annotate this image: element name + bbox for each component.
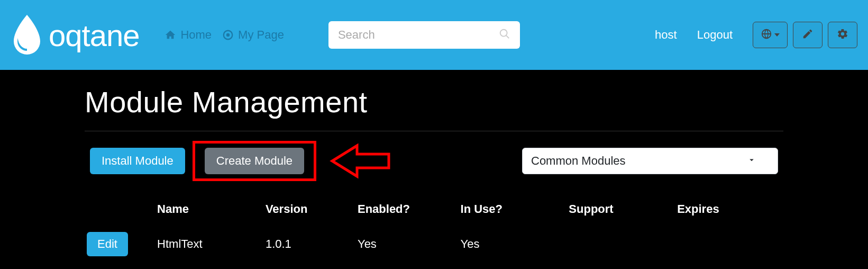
nav-my-page[interactable]: My Page bbox=[222, 28, 284, 42]
toolbar: Install Module Create Module Common Modu… bbox=[85, 141, 783, 181]
annotation-arrow-icon bbox=[328, 142, 391, 180]
header-right: host Logout bbox=[655, 22, 857, 48]
search-icon[interactable] bbox=[499, 28, 510, 42]
col-expires: Expires bbox=[675, 197, 783, 227]
col-support: Support bbox=[567, 197, 675, 227]
main-content: Module Management Install Module Create … bbox=[0, 70, 868, 262]
modules-table: Name Version Enabled? In Use? Support Ex… bbox=[85, 197, 783, 262]
logo[interactable]: oqtane bbox=[11, 14, 139, 56]
page-title: Module Management bbox=[85, 85, 783, 119]
search-box[interactable] bbox=[328, 21, 520, 49]
col-version: Version bbox=[263, 197, 355, 227]
search-input[interactable] bbox=[338, 28, 499, 42]
chevron-down-icon bbox=[774, 33, 780, 37]
table-header-row: Name Version Enabled? In Use? Support Ex… bbox=[85, 197, 783, 227]
nav-label: My Page bbox=[238, 28, 284, 42]
top-header: oqtane Home My Page host Logout bbox=[0, 0, 868, 70]
language-button[interactable] bbox=[753, 22, 788, 48]
cell-expires bbox=[675, 227, 783, 262]
edit-button[interactable] bbox=[793, 22, 823, 48]
primary-nav: Home My Page bbox=[165, 28, 284, 42]
header-action-group bbox=[753, 22, 857, 48]
filter-select[interactable]: Common Modules bbox=[522, 148, 778, 174]
svg-point-1 bbox=[226, 33, 230, 37]
filter-select-value: Common Modules bbox=[531, 154, 626, 168]
chevron-down-icon bbox=[747, 154, 756, 168]
logo-text: oqtane bbox=[49, 17, 139, 53]
install-module-button[interactable]: Install Module bbox=[90, 148, 185, 174]
logo-mark-icon bbox=[11, 14, 43, 56]
cell-inuse: Yes bbox=[459, 227, 567, 262]
nav-home[interactable]: Home bbox=[165, 28, 212, 42]
col-action bbox=[85, 197, 155, 227]
logout-link[interactable]: Logout bbox=[697, 28, 733, 42]
edit-row-button[interactable]: Edit bbox=[87, 232, 128, 256]
globe-icon bbox=[761, 28, 772, 42]
annotation-highlight: Create Module bbox=[193, 141, 316, 181]
col-enabled: Enabled? bbox=[355, 197, 459, 227]
create-module-button[interactable]: Create Module bbox=[205, 148, 304, 174]
table-row: Edit HtmlText 1.0.1 Yes Yes bbox=[85, 227, 783, 262]
cell-enabled: Yes bbox=[355, 227, 459, 262]
col-name: Name bbox=[155, 197, 263, 227]
cell-name: HtmlText bbox=[155, 227, 263, 262]
user-link[interactable]: host bbox=[655, 28, 677, 42]
gear-icon bbox=[837, 28, 848, 42]
cell-version: 1.0.1 bbox=[263, 227, 355, 262]
home-icon bbox=[165, 29, 176, 41]
col-inuse: In Use? bbox=[459, 197, 567, 227]
filter-select-wrap: Common Modules bbox=[522, 148, 778, 174]
pencil-icon bbox=[802, 28, 814, 42]
divider bbox=[85, 131, 783, 131]
cell-support bbox=[567, 227, 675, 262]
settings-button[interactable] bbox=[828, 22, 857, 48]
target-icon bbox=[222, 29, 234, 41]
nav-label: Home bbox=[180, 28, 212, 42]
